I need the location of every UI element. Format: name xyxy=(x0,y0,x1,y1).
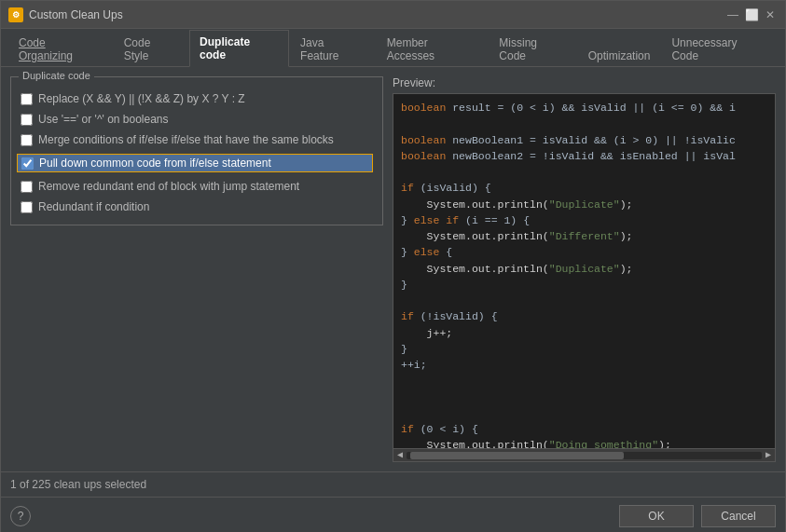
code-line-9: System.out.println("Duplicate"); xyxy=(401,261,767,277)
tab-optimization[interactable]: Optimization xyxy=(578,44,661,67)
code-line-11: if (!isValid) { xyxy=(401,308,767,324)
checkbox-item-cb6[interactable]: Redundant if condition xyxy=(21,200,373,213)
scroll-left-btn[interactable]: ◀ xyxy=(395,448,405,462)
cancel-button[interactable]: Cancel xyxy=(701,505,776,527)
code-preview: boolean result = (0 < i) && isValid || (… xyxy=(393,93,776,462)
tab-unnecessary-code[interactable]: Unnecessary Code xyxy=(661,31,777,67)
code-line-16: System.out.println("Doing something"); xyxy=(401,437,767,448)
right-panel: Preview: boolean result = (0 < i) && isV… xyxy=(393,76,776,462)
checkbox-cb6[interactable] xyxy=(21,201,33,213)
minimize-button[interactable]: — xyxy=(725,7,740,22)
code-line-15: if (0 < i) { xyxy=(401,421,767,437)
tab-duplicate-code[interactable]: Duplicate code xyxy=(189,30,289,67)
code-line-2: boolean newBoolean1 = isValid && (i > 0)… xyxy=(401,132,767,148)
checkbox-cb3[interactable] xyxy=(21,134,33,146)
checkbox-label-cb4: Pull down common code from if/else state… xyxy=(39,157,271,170)
main-content: Duplicate code Replace (X && Y) || (!X &… xyxy=(1,67,785,471)
tab-code-organizing[interactable]: Code Organizing xyxy=(8,31,113,67)
checkbox-label-cb5: Remove redundant end of block with jump … xyxy=(38,180,299,193)
code-line-4: if (isValid) { xyxy=(401,180,767,196)
checkbox-cb5[interactable] xyxy=(21,181,33,193)
checkbox-cb1[interactable] xyxy=(21,93,33,105)
ok-button[interactable]: OK xyxy=(619,505,694,527)
window-controls: — ⬜ ✕ xyxy=(725,7,778,22)
checkbox-label-cb6: Redundant if condition xyxy=(38,200,149,213)
button-bar: ? OK Cancel xyxy=(1,497,785,532)
tab-member-accesses[interactable]: Member Accesses xyxy=(377,31,489,67)
checkbox-label-cb3: Merge conditions of if/else if/else that… xyxy=(38,133,334,146)
checkbox-cb4[interactable] xyxy=(21,157,34,170)
code-line-blank3 xyxy=(401,293,767,308)
title-bar: ⚙ Custom Clean Ups — ⬜ ✕ xyxy=(1,1,785,29)
code-line-blank2 xyxy=(401,164,767,180)
window-title: Custom Clean Ups xyxy=(29,8,725,21)
help-button[interactable]: ? xyxy=(10,506,31,526)
close-button[interactable]: ✕ xyxy=(763,7,778,22)
checkbox-label-cb2: Use '==' or '^' on booleans xyxy=(38,113,169,126)
code-scroll-area[interactable]: boolean result = (0 < i) && isValid || (… xyxy=(393,94,775,448)
code-line-7: System.out.println("Different"); xyxy=(401,228,767,244)
scroll-track[interactable] xyxy=(407,452,762,459)
checkboxes-container: Replace (X && Y) || (!X && Z) by X ? Y :… xyxy=(21,92,373,213)
status-text: 1 of 225 clean ups selected xyxy=(10,478,146,491)
checkbox-label-cb1: Replace (X && Y) || (!X && Z) by X ? Y :… xyxy=(38,92,245,105)
code-line-5: System.out.println("Duplicate"); xyxy=(401,197,767,212)
tab-java-feature[interactable]: Java Feature xyxy=(290,31,376,67)
code-line-blank1 xyxy=(401,116,767,131)
code-line-6: } else if (i == 1) { xyxy=(401,212,767,228)
preview-label: Preview: xyxy=(393,76,776,89)
code-line-12: j++; xyxy=(401,325,767,341)
checkbox-item-cb5[interactable]: Remove redundant end of block with jump … xyxy=(21,180,373,193)
code-line-blank4 xyxy=(401,373,767,389)
horizontal-scrollbar[interactable]: ◀ ▶ xyxy=(393,448,775,461)
restore-button[interactable]: ⬜ xyxy=(744,7,759,22)
checkbox-item-cb3[interactable]: Merge conditions of if/else if/else that… xyxy=(21,133,373,146)
code-line-14: ++i; xyxy=(401,357,767,373)
checkbox-item-cb4[interactable]: Pull down common code from if/else state… xyxy=(17,154,373,172)
checkbox-item-cb1[interactable]: Replace (X && Y) || (!X && Z) by X ? Y :… xyxy=(21,92,373,105)
checkbox-item-cb2[interactable]: Use '==' or '^' on booleans xyxy=(21,113,373,126)
code-line-blank5 xyxy=(401,389,767,405)
code-line-10: } xyxy=(401,277,767,293)
code-line-blank6 xyxy=(401,405,767,421)
tab-bar: Code OrganizingCode StyleDuplicate codeJ… xyxy=(1,29,785,67)
code-line-3: boolean newBoolean2 = !isValid && isEnab… xyxy=(401,148,767,164)
action-buttons: OK Cancel xyxy=(619,505,776,527)
tab-code-style[interactable]: Code Style xyxy=(114,31,188,67)
checkbox-cb2[interactable] xyxy=(21,114,33,126)
tab-missing-code[interactable]: Missing Code xyxy=(489,31,576,67)
group-title: Duplicate code xyxy=(19,70,94,81)
code-line-1: boolean result = (0 < i) && isValid || (… xyxy=(401,100,767,116)
duplicate-code-group: Duplicate code Replace (X && Y) || (!X &… xyxy=(10,76,383,225)
scroll-thumb[interactable] xyxy=(410,452,624,459)
scroll-right-btn[interactable]: ▶ xyxy=(764,448,773,462)
left-panel: Duplicate code Replace (X && Y) || (!X &… xyxy=(10,76,383,462)
app-icon: ⚙ xyxy=(8,7,23,22)
code-line-13: } xyxy=(401,341,767,357)
main-window: ⚙ Custom Clean Ups — ⬜ ✕ Code Organizing… xyxy=(0,0,786,532)
code-line-8: } else { xyxy=(401,244,767,260)
status-bar: 1 of 225 clean ups selected xyxy=(1,471,785,497)
